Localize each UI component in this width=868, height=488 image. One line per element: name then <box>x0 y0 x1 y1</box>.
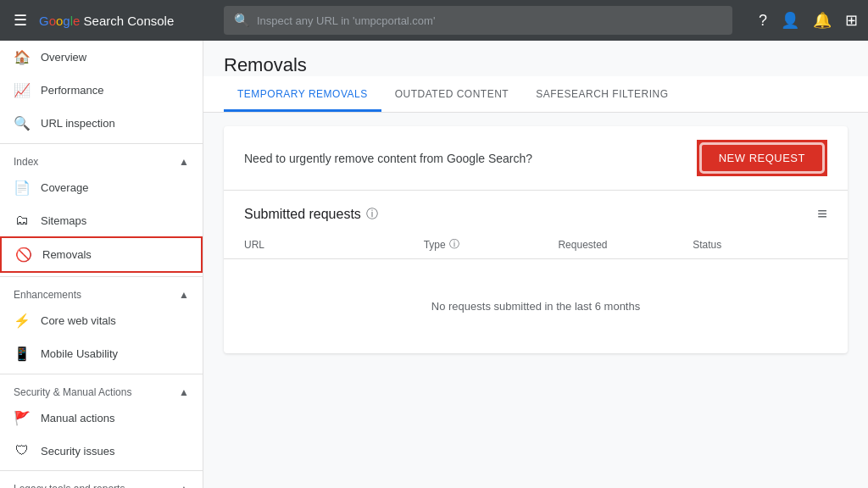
main-content: Removals TEMPORARY REMOVALS OUTDATED CON… <box>203 41 868 488</box>
sidebar-item-removals[interactable]: 🚫 Removals <box>0 236 203 273</box>
request-banner: Need to urgently remove content from Goo… <box>224 126 848 191</box>
sidebar: 🏠 Overview 📈 Performance 🔍 URL inspectio… <box>0 41 203 488</box>
sidebar-item-label: Sitemaps <box>41 214 86 227</box>
section-header-enhancements: Enhancements ▲ <box>0 280 203 304</box>
col-type: Type ⓘ <box>424 237 559 252</box>
search-icon: 🔍 <box>14 115 31 131</box>
help-circle-icon[interactable]: ⓘ <box>366 207 378 222</box>
empty-state: No requests submitted in the last 6 mont… <box>224 259 848 353</box>
search-input[interactable] <box>257 14 722 27</box>
sidebar-item-label: Security issues <box>41 445 114 458</box>
new-request-btn-wrapper: NEW REQUEST <box>697 140 827 176</box>
col-requested: Requested <box>558 237 693 252</box>
removals-icon: 🚫 <box>15 247 32 263</box>
section-header-legacy: Legacy tools and reports ▲ <box>0 474 203 488</box>
shield-icon: 🛡 <box>14 443 31 458</box>
coverage-icon: 📄 <box>14 180 31 196</box>
trending-icon: 📈 <box>14 82 31 98</box>
sidebar-item-label: Overview <box>41 51 86 64</box>
sidebar-item-label: Mobile Usability <box>41 347 118 360</box>
col-status-label: Status <box>693 239 721 251</box>
filter-icon[interactable]: ≡ <box>817 204 827 224</box>
chevron-up-icon[interactable]: ▲ <box>179 386 189 398</box>
submitted-header: Submitted requests ⓘ ≡ <box>224 191 848 230</box>
notifications-icon[interactable]: 🔔 <box>813 11 832 30</box>
home-icon: 🏠 <box>14 49 31 65</box>
empty-message: No requests submitted in the last 6 mont… <box>431 300 640 313</box>
table-header: URL Type ⓘ Requested Status <box>224 230 848 259</box>
page-title: Removals <box>224 54 848 76</box>
mobile-icon: 📱 <box>14 346 31 362</box>
sidebar-item-label: Manual actions <box>41 412 114 424</box>
chevron-up-icon[interactable]: ▲ <box>179 156 189 168</box>
search-icon: 🔍 <box>234 13 250 28</box>
sidebar-item-label: Core web vitals <box>41 314 116 327</box>
sidebar-item-coverage[interactable]: 📄 Coverage <box>0 171 203 204</box>
logo-text: Google Search Console <box>39 14 174 28</box>
submitted-title-text: Submitted requests <box>244 207 361 222</box>
chevron-up-icon[interactable]: ▲ <box>179 289 189 301</box>
submitted-title: Submitted requests ⓘ <box>244 207 378 222</box>
section-label: Legacy tools and reports <box>14 483 125 488</box>
section-label: Enhancements <box>14 289 81 301</box>
section-header-security: Security & Manual Actions ▲ <box>0 378 203 402</box>
section-header-index: Index ▲ <box>0 147 203 171</box>
layout: 🏠 Overview 📈 Performance 🔍 URL inspectio… <box>0 41 868 488</box>
sidebar-item-performance[interactable]: 📈 Performance <box>0 74 203 107</box>
sidebar-item-label: Performance <box>41 84 103 97</box>
col-requested-label: Requested <box>558 239 607 251</box>
sidebar-item-core-web-vitals[interactable]: ⚡ Core web vitals <box>0 304 203 337</box>
tab-temporary-removals[interactable]: TEMPORARY REMOVALS <box>224 76 381 112</box>
divider <box>0 374 203 374</box>
section-label: Index <box>14 156 38 168</box>
new-request-button[interactable]: NEW REQUEST <box>702 145 822 171</box>
col-url-label: URL <box>244 239 264 251</box>
main-card: Need to urgently remove content from Goo… <box>224 126 848 353</box>
divider <box>0 143 203 144</box>
divider <box>0 276 203 277</box>
tabs-bar: TEMPORARY REMOVALS OUTDATED CONTENT SAFE… <box>203 76 868 113</box>
topbar-icons: ? 👤 🔔 ⊞ <box>759 11 858 30</box>
app-logo: Google Search Console <box>39 14 174 28</box>
tab-outdated-content[interactable]: OUTDATED CONTENT <box>381 76 522 112</box>
section-label: Security & Manual Actions <box>14 386 131 398</box>
vitals-icon: ⚡ <box>14 313 31 329</box>
sitemaps-icon: 🗂 <box>14 213 31 228</box>
help-icon[interactable]: ? <box>759 12 767 30</box>
type-help-icon[interactable]: ⓘ <box>449 237 459 252</box>
chevron-up-icon[interactable]: ▲ <box>179 483 189 488</box>
sidebar-item-label: Removals <box>42 248 92 261</box>
sidebar-item-security-issues[interactable]: 🛡 Security issues <box>0 435 203 467</box>
tab-safesearch-filtering[interactable]: SAFESEARCH FILTERING <box>522 76 682 112</box>
col-url: URL <box>244 237 424 252</box>
topbar: ☰ Google Search Console 🔍 ? 👤 🔔 ⊞ <box>0 0 868 41</box>
account-icon[interactable]: 👤 <box>781 11 799 30</box>
sidebar-item-overview[interactable]: 🏠 Overview <box>0 41 203 74</box>
col-type-label: Type <box>424 239 446 251</box>
sidebar-item-label: URL inspection <box>41 117 115 130</box>
sidebar-item-manual-actions[interactable]: 🚩 Manual actions <box>0 402 203 435</box>
col-status: Status <box>693 237 827 252</box>
sidebar-item-url-inspection[interactable]: 🔍 URL inspection <box>0 107 203 140</box>
search-bar[interactable]: 🔍 <box>224 6 732 35</box>
topbar-left: ☰ Google Search Console <box>10 8 214 33</box>
sidebar-item-sitemaps[interactable]: 🗂 Sitemaps <box>0 204 203 236</box>
sidebar-item-label: Coverage <box>41 181 88 194</box>
banner-text: Need to urgently remove content from Goo… <box>244 152 532 165</box>
hamburger-menu-icon[interactable]: ☰ <box>10 8 31 33</box>
apps-icon[interactable]: ⊞ <box>845 11 858 30</box>
divider <box>0 470 203 471</box>
sidebar-item-mobile-usability[interactable]: 📱 Mobile Usability <box>0 337 203 370</box>
flag-icon: 🚩 <box>14 410 31 426</box>
